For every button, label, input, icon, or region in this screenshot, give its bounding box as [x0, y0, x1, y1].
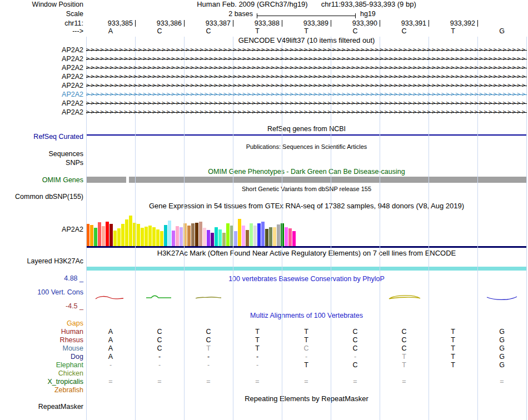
gene-label[interactable]: AP2A2 — [0, 64, 83, 72]
gtex-expression-bar[interactable] — [129, 216, 132, 246]
sequences-label[interactable]: Sequences — [0, 150, 83, 158]
species-label[interactable]: Elephant — [0, 361, 83, 369]
snps-label[interactable]: SNPs — [0, 159, 83, 167]
ruler-coordinate[interactable]: 933,392 — [432, 19, 475, 27]
gtex-expression-bar[interactable] — [109, 224, 113, 246]
gene-transcript-row[interactable]: >>>>>>>>>>>>>>>>>>>>>>>>>>>>>>>>>>>>>>>>… — [86, 90, 527, 99]
alignment-row[interactable]: ======== — [86, 378, 527, 386]
gtex-expression-bar[interactable] — [242, 226, 245, 246]
species-label[interactable]: Human — [0, 328, 83, 336]
gtex-expression-bar[interactable] — [292, 231, 296, 246]
gtex-expression-bar[interactable] — [180, 227, 183, 246]
alignment-row[interactable] — [86, 369, 527, 378]
gene-transcript-row[interactable]: >>>>>>>>>>>>>>>>>>>>>>>>>>>>>>>>>>>>>>>>… — [86, 46, 527, 54]
gtex-expression-bar[interactable] — [207, 230, 210, 246]
alignment-row[interactable]: ACCTTCCTG — [86, 328, 527, 336]
species-label[interactable]: Mouse — [0, 344, 83, 352]
ruler-coordinate[interactable]: 933,385 — [89, 19, 133, 27]
gtex-expression-bar[interactable] — [176, 226, 179, 246]
ruler-coordinate[interactable]: 933,386 — [138, 19, 182, 27]
ruler-coordinate[interactable]: 933,391 — [383, 19, 426, 27]
alignment-row[interactable]: A-----TTG — [86, 353, 527, 361]
gtex-expression-bar[interactable] — [141, 228, 144, 246]
gene-label[interactable]: AP2A2 — [0, 82, 83, 89]
gtex-expression-bar[interactable] — [98, 222, 101, 246]
gtex-expression-bar[interactable] — [168, 221, 171, 246]
refseq-curated-label[interactable]: RefSeq Curated — [0, 133, 83, 141]
gtex-expression-bar[interactable] — [281, 223, 284, 246]
gtex-expression-bar[interactable] — [187, 226, 191, 246]
gtex-expression-bar[interactable] — [156, 229, 160, 246]
gene-transcript-row[interactable]: >>>>>>>>>>>>>>>>>>>>>>>>>>>>>>>>>>>>>>>>… — [86, 72, 527, 81]
gtex-expression-bar[interactable] — [117, 228, 121, 246]
gtex-expression-bar[interactable] — [90, 225, 93, 246]
gtex-expression-bar[interactable] — [160, 231, 163, 246]
gtex-expression-bar[interactable] — [253, 226, 257, 246]
gtex-expression-bar[interactable] — [246, 230, 249, 246]
alignment-row[interactable]: ACCTTCCTG — [86, 336, 527, 344]
gene-label[interactable]: AP2A2 — [0, 55, 83, 63]
gtex-expression-bar[interactable] — [238, 219, 241, 246]
gtex-expression-bar[interactable] — [222, 233, 226, 246]
gtex-expression-bar[interactable] — [269, 227, 272, 246]
gtex-expression-bar[interactable] — [273, 227, 276, 246]
gtex-expression-bar[interactable] — [148, 226, 152, 246]
gene-transcript-row[interactable]: >>>>>>>>>>>>>>>>>>>>>>>>>>>>>>>>>>>>>>>>… — [86, 99, 527, 108]
gtex-expression-bar[interactable] — [137, 224, 140, 246]
h3k27ac-signal-bar[interactable] — [86, 267, 527, 271]
gaps-label[interactable]: Gaps — [0, 319, 83, 327]
gtex-expression-bar[interactable] — [195, 223, 198, 246]
gene-label[interactable]: AP2A2 — [0, 108, 83, 116]
gtex-expression-bar[interactable] — [191, 223, 195, 246]
gtex-expression-bar[interactable] — [172, 231, 175, 246]
omim-genes-label[interactable]: OMIM Genes — [0, 176, 83, 184]
omim-gene-bar[interactable] — [86, 177, 126, 183]
gtex-expression-bar[interactable] — [211, 233, 214, 246]
gtex-expression-bar[interactable] — [94, 228, 97, 246]
gtex-expression-bar[interactable] — [288, 228, 292, 246]
omim-gene-bar[interactable] — [129, 177, 527, 183]
gtex-expression-bar[interactable] — [121, 224, 124, 246]
species-label[interactable]: Rhesus — [0, 336, 83, 344]
gtex-expression-bar[interactable] — [226, 223, 230, 246]
gtex-gene-label[interactable]: AP2A2 — [0, 226, 83, 233]
ruler-coordinate[interactable]: 933,390 — [334, 19, 377, 27]
gtex-expression-bar[interactable] — [199, 222, 202, 246]
gene-label[interactable]: AP2A2 — [0, 91, 83, 98]
gtex-expression-bar[interactable] — [203, 228, 206, 246]
gtex-expression-bar[interactable] — [215, 227, 218, 246]
alignment-row[interactable]: ACTTCCCTG — [86, 344, 527, 353]
alignment-row[interactable]: ----TCTTG — [86, 361, 527, 369]
gtex-expression-bar[interactable] — [152, 227, 156, 246]
species-label[interactable]: Zebrafish — [0, 386, 83, 394]
gtex-expression-bar[interactable] — [106, 222, 109, 246]
ruler-coordinate[interactable]: 933,388 — [236, 19, 280, 27]
gtex-expression-bar[interactable] — [234, 231, 237, 246]
gtex-expression-bar[interactable] — [145, 227, 148, 246]
gene-transcript-row[interactable]: >>>>>>>>>>>>>>>>>>>>>>>>>>>>>>>>>>>>>>>>… — [86, 81, 527, 90]
repeatmasker-label[interactable]: RepeatMasker — [0, 403, 83, 411]
gtex-expression-bar[interactable] — [250, 223, 253, 246]
gene-label[interactable]: AP2A2 — [0, 73, 83, 81]
gtex-expression-bar[interactable] — [102, 226, 105, 246]
h3k27ac-label[interactable]: Layered H3K27Ac — [0, 257, 83, 265]
species-label[interactable]: Dog — [0, 353, 83, 361]
gene-label[interactable]: AP2A2 — [0, 99, 83, 107]
dbsnp-label[interactable]: Common dbSNP(155) — [0, 193, 83, 201]
gtex-expression-bar[interactable] — [164, 225, 167, 246]
gene-transcript-row[interactable]: >>>>>>>>>>>>>>>>>>>>>>>>>>>>>>>>>>>>>>>>… — [86, 63, 527, 72]
gtex-expression-bar[interactable] — [265, 229, 268, 246]
species-label[interactable]: Chicken — [0, 369, 83, 377]
alignment-row[interactable] — [86, 386, 527, 394]
gtex-expression-bar[interactable] — [261, 222, 265, 246]
gtex-expression-bar[interactable] — [218, 229, 222, 246]
gtex-expression-bar[interactable] — [133, 223, 136, 246]
refseq-curated-track[interactable] — [86, 134, 527, 136]
ruler-coordinate[interactable]: 933,387 — [187, 19, 231, 27]
gtex-expression-bar[interactable] — [257, 223, 261, 246]
gtex-track-baseline[interactable] — [86, 246, 527, 248]
gtex-expression-bar[interactable] — [277, 224, 280, 246]
gene-transcript-row[interactable]: >>>>>>>>>>>>>>>>>>>>>>>>>>>>>>>>>>>>>>>>… — [86, 54, 527, 63]
ruler-coordinate[interactable]: 933,389 — [285, 19, 328, 27]
gtex-expression-bar[interactable] — [125, 219, 128, 246]
